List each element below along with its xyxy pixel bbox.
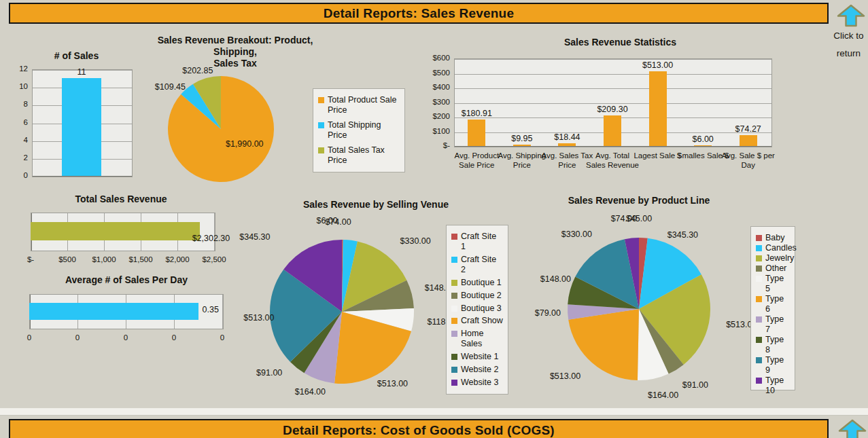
legend-item: Website 2 bbox=[451, 365, 503, 375]
legend-label: Type 7 bbox=[765, 314, 790, 335]
chart-title: Sales Revenue by Product Line bbox=[537, 195, 741, 206]
data-label: $91.00 bbox=[682, 380, 708, 390]
legend: Total Product Sale PriceTotal Shipping P… bbox=[313, 88, 405, 172]
legend-label: Boutique 1 bbox=[461, 278, 502, 288]
legend-swatch bbox=[451, 257, 457, 263]
y-axis-tick: $100 bbox=[419, 127, 450, 135]
y-axis-tick: 2 bbox=[0, 153, 28, 162]
legend-swatch bbox=[318, 97, 324, 103]
data-label: $74.00 bbox=[611, 214, 637, 223]
legend-swatch bbox=[318, 147, 324, 153]
data-label: $513.00 bbox=[642, 60, 673, 70]
legend-item: Type 5 bbox=[756, 274, 790, 294]
gridline bbox=[455, 103, 771, 104]
legend-item: Boutique 3 bbox=[451, 304, 503, 314]
legend: BabyCandlesJewelryOtherType 5Type 6Type … bbox=[750, 226, 795, 390]
legend-item: Type 10 bbox=[756, 376, 790, 396]
legend-swatch bbox=[451, 354, 457, 360]
chart-avg-sales-per-day: Average # of Sales Per Day0.3500000 bbox=[17, 273, 236, 348]
y-axis-tick: $400 bbox=[419, 83, 450, 91]
data-label: $513.00 bbox=[550, 371, 580, 381]
pie-slice bbox=[568, 309, 639, 380]
legend-label: Home Sales bbox=[461, 329, 503, 349]
data-label: $513.00 bbox=[377, 379, 408, 388]
data-label: $79.00 bbox=[535, 308, 561, 318]
legend-swatch bbox=[756, 378, 762, 384]
x-axis-tick: $500 bbox=[58, 255, 76, 263]
return-arrow-icon[interactable] bbox=[837, 4, 865, 27]
data-label: $345.30 bbox=[239, 232, 270, 242]
y-axis-tick: $- bbox=[419, 141, 450, 149]
data-label: $148.00 bbox=[540, 274, 571, 284]
legend-swatch bbox=[318, 122, 324, 128]
return-note-line2: return bbox=[837, 48, 861, 58]
legend-item: Website 3 bbox=[451, 378, 503, 388]
bar bbox=[29, 303, 198, 320]
legend-swatch bbox=[756, 255, 762, 261]
legend-item: Candles bbox=[756, 243, 790, 253]
legend-swatch bbox=[451, 318, 457, 324]
gridline bbox=[222, 295, 223, 329]
bar bbox=[468, 120, 485, 146]
legend-label: Total Product Sale Price bbox=[328, 95, 400, 115]
legend-swatch bbox=[756, 357, 762, 363]
y-axis-tick: $200 bbox=[419, 112, 450, 120]
x-axis-tick: $- bbox=[27, 255, 34, 263]
x-axis-tick: $1,000 bbox=[92, 255, 116, 263]
spreadsheet-row-band bbox=[0, 408, 868, 416]
x-axis-tick: 0 bbox=[124, 333, 128, 342]
data-label: $74.27 bbox=[735, 124, 761, 134]
y-axis-tick: $500 bbox=[419, 69, 450, 77]
legend-item: Other bbox=[756, 263, 790, 274]
chart-title: Sales Revenue Breakout: Product, Shippin… bbox=[146, 35, 324, 69]
legend-label: Total Sales Tax Price bbox=[328, 145, 400, 166]
chart-title: Sales Revenue Statistics bbox=[435, 37, 805, 48]
return-arrow-icon-bottom[interactable] bbox=[838, 419, 867, 438]
bar bbox=[513, 145, 531, 146]
legend-label: Website 1 bbox=[461, 352, 498, 362]
legend-swatch bbox=[756, 296, 762, 302]
chart-title: Average # of Sales Per Day bbox=[17, 274, 236, 286]
legend-label: Baby bbox=[765, 233, 785, 243]
legend-label: Total Shipping Price bbox=[328, 120, 400, 141]
click-to-return-label[interactable]: Click to return bbox=[829, 27, 868, 62]
legend-swatch bbox=[756, 235, 762, 241]
data-label: $513.00 bbox=[243, 313, 274, 323]
legend-swatch bbox=[451, 367, 457, 373]
legend-item: Baby bbox=[756, 233, 790, 243]
x-axis-tick: 0 bbox=[172, 333, 176, 342]
legend-swatch bbox=[756, 276, 762, 282]
legend-item: Boutique 1 bbox=[451, 278, 503, 288]
data-label: $164.00 bbox=[648, 390, 678, 400]
legend-label: Website 2 bbox=[461, 365, 498, 375]
y-axis-tick: 10 bbox=[0, 82, 28, 90]
data-label: $109.45 bbox=[155, 82, 186, 92]
data-label: $202.85 bbox=[182, 66, 213, 75]
bar bbox=[558, 143, 576, 146]
y-axis-tick: 12 bbox=[0, 65, 28, 73]
data-label: $2,302.30 bbox=[192, 234, 230, 243]
x-axis-tick: 0 bbox=[27, 333, 31, 342]
legend-swatch bbox=[756, 337, 762, 343]
legend-item: Home Sales bbox=[451, 329, 503, 349]
legend-label: Type 5 bbox=[765, 274, 790, 294]
gridline bbox=[455, 59, 771, 60]
legend-item: Type 6 bbox=[756, 294, 790, 314]
legend-item: Craft Site 2 bbox=[451, 255, 503, 275]
chart-title: # of Sales bbox=[17, 50, 136, 62]
legend-label: Type 6 bbox=[765, 294, 790, 314]
pie bbox=[567, 237, 711, 381]
data-label: $164.00 bbox=[295, 387, 326, 397]
top-banner-title: Detail Reports: Sales Revenue bbox=[324, 6, 514, 20]
bar bbox=[604, 115, 621, 146]
bar bbox=[649, 71, 667, 146]
legend-swatch bbox=[451, 280, 457, 286]
data-label: $180.91 bbox=[462, 109, 492, 118]
x-axis-line bbox=[455, 146, 771, 147]
gridline bbox=[214, 213, 215, 251]
bar bbox=[62, 78, 101, 176]
return-note-line1: Click to bbox=[833, 31, 863, 41]
legend-label: Craft Site 1 bbox=[461, 232, 503, 252]
legend-label: Website 3 bbox=[461, 378, 498, 388]
gridline bbox=[455, 74, 771, 75]
